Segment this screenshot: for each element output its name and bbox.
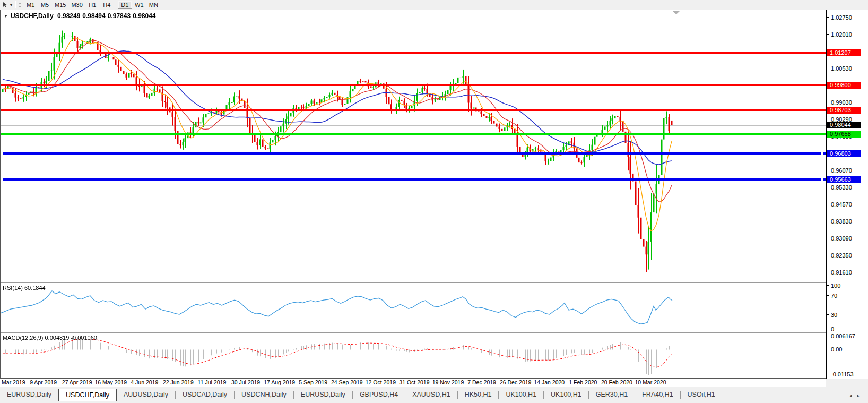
toolbar-separator bbox=[116, 1, 116, 8]
tick-mark bbox=[827, 102, 829, 102]
hline-price-tag: 0.97658 bbox=[827, 131, 861, 138]
price-tick: 0.93830 bbox=[827, 218, 868, 225]
price-tick: 0.94570 bbox=[827, 201, 868, 208]
date-label: 31 Oct 2019 bbox=[399, 379, 429, 385]
timeframe-button-d1[interactable]: D1 bbox=[118, 1, 132, 9]
chart-tab-gbpusd-h4[interactable]: GBPUSD,H4 bbox=[353, 389, 405, 401]
price-tick: 0.91610 bbox=[827, 269, 868, 276]
tab-scroll-arrows: ◂▸ bbox=[849, 393, 865, 398]
rsi-indicator-label: RSI(14) 60.1844 bbox=[3, 285, 46, 291]
date-label: 26 Dec 2019 bbox=[500, 379, 532, 385]
timeframe-button-m15[interactable]: M15 bbox=[52, 1, 68, 9]
date-label: 24 Sep 2019 bbox=[331, 379, 363, 385]
tick-mark bbox=[827, 34, 829, 35]
timeframe-buttons: M1M5M15M30H1H4D1W1MN bbox=[23, 1, 161, 9]
cursor-dropdown-caret-icon[interactable]: ▾ bbox=[10, 3, 12, 7]
date-label: 27 Apr 2019 bbox=[62, 379, 92, 385]
price-tick: -0.01153 bbox=[827, 371, 868, 378]
tick-mark bbox=[827, 349, 829, 349]
crosshair-cursor-icon[interactable] bbox=[1, 1, 10, 8]
chart-symbol: USDCHF,Daily bbox=[11, 12, 54, 20]
chart-tab-usdcnh-daily[interactable]: USDCNH,Daily bbox=[235, 389, 293, 401]
tick-mark bbox=[827, 374, 829, 374]
date-label: 20 Feb 2020 bbox=[601, 379, 632, 385]
current-price-tag: 0.98044 bbox=[827, 122, 861, 128]
date-label: 4 Jun 2019 bbox=[131, 379, 158, 385]
tab-scroll-left-icon[interactable]: ◂ bbox=[849, 393, 857, 398]
date-label: 14 Jan 2020 bbox=[534, 379, 565, 385]
chart-tab-audusd-daily[interactable]: AUDUSD,Daily bbox=[117, 389, 175, 401]
tick-mark bbox=[827, 221, 829, 221]
hline-price-tag: 0.99800 bbox=[827, 82, 861, 89]
ohlc-low: 0.97843 bbox=[108, 12, 131, 20]
price-tick: 1.00530 bbox=[827, 65, 868, 72]
tick-mark bbox=[827, 295, 829, 296]
timeframe-button-m1[interactable]: M1 bbox=[23, 1, 38, 9]
one-click-collapse-icon[interactable]: ▼ bbox=[4, 14, 8, 19]
tick-mark bbox=[827, 329, 829, 329]
tick-mark bbox=[827, 336, 829, 336]
hline-price-tag: 0.95663 bbox=[827, 176, 861, 183]
tick-mark bbox=[827, 119, 829, 119]
date-label: 17 Aug 2019 bbox=[264, 379, 295, 385]
macd-indicator-label: MACD(12,26,9) 0.004819 -0.001060 bbox=[3, 335, 97, 341]
chart-tab-eurusd-daily[interactable]: EURUSD,Daily bbox=[294, 389, 352, 401]
chart-canvas[interactable] bbox=[0, 10, 826, 379]
hline-price-tag: 1.01207 bbox=[827, 49, 861, 56]
price-tick: 100 bbox=[827, 282, 868, 289]
chart-tab-hk50-h1[interactable]: HK50,H1 bbox=[458, 389, 499, 401]
date-label: 22 Jun 2019 bbox=[163, 379, 194, 385]
tick-mark bbox=[827, 272, 829, 272]
tick-mark bbox=[827, 238, 829, 238]
chart-tab-xauusd-h1[interactable]: XAUUSD,H1 bbox=[405, 389, 457, 401]
timeframe-button-m30[interactable]: M30 bbox=[68, 1, 85, 9]
timeframe-button-h1[interactable]: H1 bbox=[85, 1, 100, 9]
tick-mark bbox=[827, 314, 829, 315]
date-label: 21 Mar 2019 bbox=[0, 379, 25, 385]
price-tick: 0.95330 bbox=[827, 184, 868, 191]
chart-tab-usdcad-daily[interactable]: USDCAD,Daily bbox=[176, 389, 234, 401]
date-label: 7 Dec 2019 bbox=[467, 379, 496, 385]
date-label: 9 Apr 2019 bbox=[30, 379, 57, 385]
ohlc-high: 0.98494 bbox=[82, 12, 105, 20]
chart-tab-eurusd-daily[interactable]: EURUSD,Daily bbox=[0, 389, 58, 401]
price-tick: 1.02010 bbox=[827, 31, 868, 38]
date-label: 1 Feb 2020 bbox=[569, 379, 597, 385]
chart-tab-usoil-h1[interactable]: USOil,H1 bbox=[681, 389, 722, 401]
chart-tab-fra40-h1[interactable]: FRA40,H1 bbox=[635, 389, 680, 401]
price-tick: 1.02750 bbox=[827, 14, 868, 21]
tick-mark bbox=[827, 68, 829, 68]
date-label: 5 Sep 2019 bbox=[299, 379, 327, 385]
date-label: 19 Nov 2019 bbox=[432, 379, 464, 385]
toolbar-grip-handle[interactable] bbox=[19, 2, 21, 8]
date-axis[interactable]: 21 Mar 20199 Apr 201927 Apr 201916 May 2… bbox=[0, 379, 826, 387]
tick-mark bbox=[827, 187, 829, 187]
chart-tab-bar: EURUSD,DailyUSDCHF,DailyAUDUSD,DailyUSDC… bbox=[0, 387, 868, 403]
timeframe-button-m5[interactable]: M5 bbox=[38, 1, 52, 9]
date-label: 11 Jul 2019 bbox=[198, 379, 227, 385]
price-tick: 30 bbox=[827, 312, 868, 318]
chart-tab-uk100-h1[interactable]: UK100,H1 bbox=[544, 389, 588, 401]
date-label: 16 May 2019 bbox=[94, 379, 127, 385]
ohlc-open: 0.98249 bbox=[57, 12, 80, 20]
price-tick: 70 bbox=[827, 293, 868, 299]
chart-tab-ger30-h1[interactable]: GER30,H1 bbox=[589, 389, 635, 401]
tab-scroll-right-icon[interactable]: ▸ bbox=[857, 393, 865, 398]
price-tick: 0.00 bbox=[827, 346, 868, 353]
timeframe-button-mn[interactable]: MN bbox=[146, 1, 161, 9]
tick-mark bbox=[827, 170, 829, 170]
timeframe-button-h4[interactable]: H4 bbox=[100, 1, 114, 9]
hline-price-tag: 0.98703 bbox=[827, 107, 861, 114]
ohlc-close: 0.98044 bbox=[133, 12, 155, 20]
date-label: 12 Oct 2019 bbox=[366, 379, 396, 385]
price-tick: 0.92350 bbox=[827, 252, 868, 259]
price-tick: 0.96070 bbox=[827, 167, 868, 174]
timeframe-button-w1[interactable]: W1 bbox=[132, 1, 146, 9]
chart-tab-usdchf-daily[interactable]: USDCHF,Daily bbox=[58, 389, 117, 401]
price-axis[interactable]: 1.027501.020101.005300.990300.982900.975… bbox=[826, 10, 868, 379]
tick-mark bbox=[827, 285, 829, 286]
chart-title: ▼USDCHF,Daily 0.982490.984940.978430.980… bbox=[4, 12, 158, 20]
chart-tab-uk100-h1[interactable]: UK100,H1 bbox=[499, 389, 543, 401]
price-tick: 0.93090 bbox=[827, 235, 868, 242]
date-label: 30 Jul 2019 bbox=[231, 379, 260, 385]
